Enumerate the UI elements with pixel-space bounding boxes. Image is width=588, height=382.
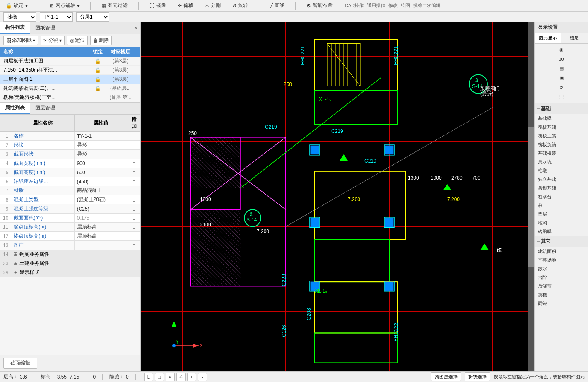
svg-rect-82 [385, 218, 393, 227]
right-item-brick-mold[interactable]: 砖胎膜 [535, 227, 588, 236]
right-item-raft-neg-rebar[interactable]: 筏板负筋 [535, 140, 588, 149]
col-lock-header: 锁定 [92, 48, 104, 55]
right-item-ditch[interactable]: 地沟 [535, 219, 588, 227]
hidden-item: 隐藏： 0 [109, 373, 129, 380]
table-row[interactable]: 7 材质 商品混凝土 □ [0, 186, 140, 195]
svg-text:tE: tE [497, 247, 502, 253]
draw-line-btn[interactable]: ╱ 直线 [267, 1, 287, 10]
right-item-building-area[interactable]: 建筑面积 [535, 247, 588, 256]
list-item[interactable]: 四层板平法施工图 🔒 (第3层) [0, 57, 140, 66]
cad-viewport[interactable]: 7.200 7.200 C219 C219 C219 Y X 1900 2780… [141, 22, 534, 371]
element-filter-btn[interactable]: ▦ 图元过滤 [99, 1, 130, 10]
right-item-pile[interactable]: 桩 [535, 201, 588, 210]
panel-close-btn[interactable]: × [132, 25, 140, 31]
right-icons: ◉ 30 ▤ ▣ ↺ ⋮⋮ [535, 44, 588, 103]
attr-group-row[interactable]: 29 ⊞显示样式 [0, 268, 140, 277]
list-item-selected[interactable]: 三层平面图-1 🔒 (第3层) [0, 75, 140, 84]
right-item-cornice[interactable]: 挑檐 [535, 291, 588, 299]
right-item-grading[interactable]: 平整场地 [535, 256, 588, 264]
layer-select[interactable]: 分层1 [76, 12, 109, 22]
table-row[interactable]: 12 终点顶标高(m) 层顶标高 □ [0, 232, 140, 241]
tab-layer-mgmt[interactable]: 图层管理 [30, 103, 60, 114]
tab-floor-display[interactable]: 楼层 [561, 33, 588, 43]
component-id-select[interactable]: TY-1-1 [40, 12, 73, 22]
right-item-canopy[interactable]: 雨篷 [535, 299, 588, 308]
table-row[interactable]: 6 轴线距左边线... (450) □ [0, 177, 140, 186]
right-item-column-cap[interactable]: 柱墩 [535, 166, 588, 175]
lock-btn[interactable]: 🔒 锁定 ▾ [3, 1, 30, 10]
svg-text:3: 3 [475, 77, 478, 83]
right-item-pile-cap[interactable]: 桩承台 [535, 192, 588, 201]
right-item-apron[interactable]: 散水 [535, 264, 588, 273]
right-item-steps[interactable]: 台阶 [535, 273, 588, 282]
cube-btn[interactable]: ▣ [536, 74, 586, 82]
section-other[interactable]: − 其它 [535, 236, 588, 247]
right-item-isolated-foundation[interactable]: 独立基础 [535, 175, 588, 184]
angle-icon-btn[interactable]: ∠ [176, 373, 186, 381]
right-item-cushion[interactable]: 垫层 [535, 210, 588, 219]
right-item-foundation-strip[interactable]: 基础板带 [535, 149, 588, 158]
svg-text:2: 2 [250, 211, 253, 217]
polyline-select-btn[interactable]: 折线选择 [465, 372, 490, 381]
table-row[interactable]: 2 形状 异形 [0, 141, 140, 150]
smart-config-btn[interactable]: ⚙ 智能布置 [304, 1, 335, 10]
cross-floor-select-btn[interactable]: 跨图层选择 [431, 372, 461, 381]
grid-btn[interactable]: ⋮⋮ [536, 93, 586, 101]
list-item[interactable]: 建筑装修做法表(二)、... 🔒 (基础层... [0, 84, 140, 93]
attr-group-row[interactable]: 14 ⊞钢筋业务属性 [0, 250, 140, 259]
sep2 [90, 2, 91, 10]
svg-text:C126: C126 [281, 325, 287, 337]
table-row[interactable]: 5 截面高度(mm) 600 □ [0, 168, 140, 177]
cross-icon-btn[interactable]: × [166, 373, 175, 381]
right-item-raft-foundation[interactable]: 筏板基础 [535, 123, 588, 132]
svg-text:FHC221: FHC221 [300, 46, 306, 65]
list-item[interactable]: 楼梯(无跑混楼梯)二至... (首层 第... [0, 93, 140, 102]
delete-btn[interactable]: 🗑 删除 [90, 36, 112, 45]
table-row[interactable]: 4 截面宽度(mm) 900 □ [0, 159, 140, 168]
tab-component-list[interactable]: 构件列表 [0, 22, 30, 34]
locate-btn[interactable]: ◎ 定位 [67, 36, 88, 45]
mirror-btn[interactable]: ⛶ 镜像 [147, 1, 169, 10]
refresh-btn[interactable]: ↺ [536, 83, 586, 92]
rotate-icon: ↺ [232, 3, 236, 9]
3d-view-btn[interactable]: 30 [536, 55, 586, 63]
add-drawing-btn[interactable]: 🖼 添加图纸 ▾ [3, 36, 38, 45]
attr-group-row[interactable]: 23 ⊞土建业务属性 [0, 259, 140, 268]
tab-attr-list[interactable]: 属性列表 [0, 103, 30, 114]
right-item-strip-foundation[interactable]: 条形基础 [535, 184, 588, 192]
layer-icon-btn[interactable]: ▤ [536, 64, 586, 73]
split-btn[interactable]: ✂ 分割 [202, 1, 223, 10]
component-type-select[interactable]: 挑檐 [3, 12, 36, 22]
scrollbar-thumb[interactable] [528, 127, 534, 267]
hidden-value: 0 [126, 374, 129, 380]
right-item-sump[interactable]: 集水坑 [535, 158, 588, 166]
table-row[interactable]: 9 混凝土强度等级 (C25) □ [0, 204, 140, 214]
move-label: 偏移 [183, 2, 193, 9]
col-attrname-header: 属性名称 [11, 115, 74, 132]
table-row[interactable]: 11 起点顶标高(m) 层顶标高 □ [0, 223, 140, 232]
tab-drawing-mgmt[interactable]: 图纸管理 [30, 23, 60, 33]
split-drawing-btn[interactable]: ✂ 分割 ▾ [41, 36, 65, 45]
two-point-axis-btn[interactable]: ⊞ 网点铺轴 ▾ [47, 1, 82, 10]
table-row[interactable]: 10 截面面积(m²) 0.175 □ [0, 214, 140, 223]
section-edit-button[interactable]: 截面编辑 [3, 358, 37, 369]
main-toolbar: 🔒 锁定 ▾ ⊞ 网点铺轴 ▾ ▦ 图元过滤 ⛶ 镜像 ✛ 偏移 ✂ 分割 ↺ … [0, 0, 588, 12]
right-item-post-pour[interactable]: 后浇带 [535, 282, 588, 291]
circle-view-btn[interactable]: ◉ [536, 46, 586, 54]
list-item[interactable]: 7.150~14.350m柱平法... 🔒 (第3层) [0, 66, 140, 75]
table-row[interactable]: 13 备注 □ [0, 241, 140, 250]
table-row[interactable]: 3 截面形状 异形 [0, 150, 140, 159]
polyline-icon-btn[interactable]: L [144, 373, 153, 381]
rect-icon-btn[interactable]: □ [155, 373, 164, 381]
dash-icon-btn[interactable]: - [198, 373, 207, 381]
plus-icon-btn[interactable]: + [187, 373, 196, 381]
right-item-raft-rebar[interactable]: 筏板主筋 [535, 132, 588, 140]
rotate-btn[interactable]: ↺ 旋转 [230, 1, 251, 10]
move-btn[interactable]: ✛ 偏移 [175, 1, 196, 10]
table-row[interactable]: 1 名称 TY-1-1 [0, 132, 140, 141]
right-item-foundation-beam[interactable]: 基础梁 [535, 114, 588, 123]
viewport-scrollbar[interactable] [528, 22, 534, 371]
table-row[interactable]: 8 混凝土类型 (混凝土20石) □ [0, 195, 140, 204]
tab-element-display[interactable]: 图元显示 [535, 33, 561, 43]
section-foundation[interactable]: − 基础 [535, 103, 588, 114]
